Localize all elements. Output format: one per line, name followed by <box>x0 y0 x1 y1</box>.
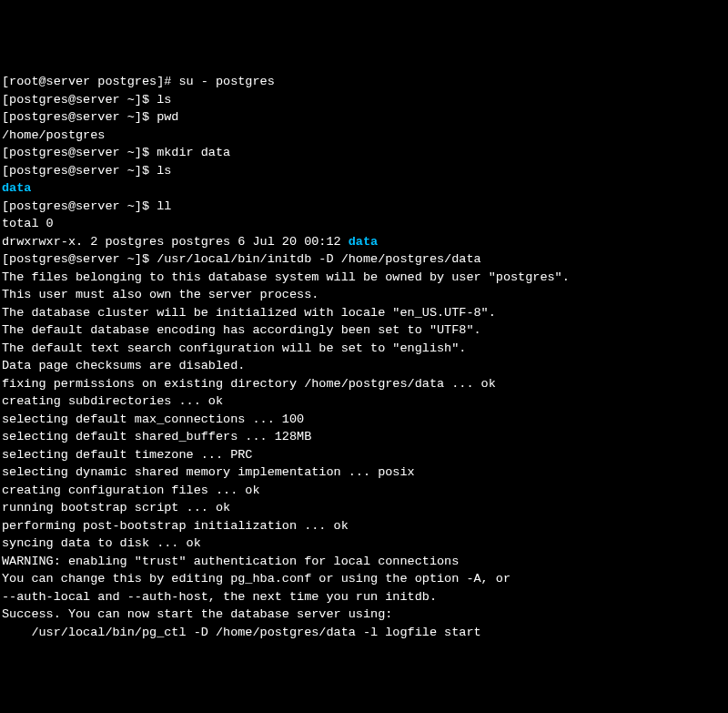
terminal-text: syncing data to disk ... ok <box>2 536 201 550</box>
terminal-text: Success. You can now start the database … <box>2 607 392 621</box>
terminal-text: /home/postgres <box>2 128 105 142</box>
terminal-line: The files belonging to this database sys… <box>2 269 726 287</box>
terminal-text: [postgres@server ~]$ ll <box>2 199 171 213</box>
terminal-text: fixing permissions on existing directory… <box>2 377 496 391</box>
terminal-text: /usr/local/bin/pg_ctl -D /home/postgres/… <box>2 626 481 639</box>
terminal-text: The default text search configuration wi… <box>2 341 466 355</box>
terminal-text: creating configuration files ... ok <box>2 484 260 497</box>
terminal-text: selecting default timezone ... PRC <box>2 448 252 462</box>
terminal-line: total 0 <box>2 215 726 233</box>
terminal-text: The default database encoding has accord… <box>2 323 481 337</box>
terminal-line: drwxrwxr-x. 2 postgres postgres 6 Jul 20… <box>2 233 726 251</box>
terminal-text: [root@server postgres]# su - postgres <box>2 75 275 88</box>
terminal-output: [root@server postgres]# su - postgres[po… <box>2 73 726 641</box>
terminal-line: running bootstrap script ... ok <box>2 499 726 517</box>
terminal-line: WARNING: enabling "trust" authentication… <box>2 553 726 571</box>
terminal-text: running bootstrap script ... ok <box>2 501 230 514</box>
terminal-line: performing post-bootstrap initialization… <box>2 517 726 535</box>
terminal-text: data <box>349 235 378 249</box>
terminal-text: drwxrwxr-x. 2 postgres postgres 6 Jul 20… <box>2 235 349 249</box>
terminal-line: The default text search configuration wi… <box>2 340 726 358</box>
terminal-text: selecting default max_connections ... 10… <box>2 413 304 426</box>
terminal-line: [root@server postgres]# su - postgres <box>2 73 726 91</box>
terminal-line: selecting default max_connections ... 10… <box>2 411 726 429</box>
terminal-text: selecting default shared_buffers ... 128… <box>2 430 311 443</box>
terminal-line: [postgres@server ~]$ pwd <box>2 108 726 127</box>
terminal-text: [postgres@server ~]$ ls <box>2 93 171 107</box>
terminal-line: creating configuration files ... ok <box>2 482 726 500</box>
terminal-line: The default database encoding has accord… <box>2 321 726 340</box>
terminal-text: performing post-bootstrap initialization… <box>2 519 349 533</box>
terminal-text: The files belonging to this database sys… <box>2 270 570 284</box>
terminal-line: /usr/local/bin/pg_ctl -D /home/postgres/… <box>2 624 726 642</box>
terminal-line: /home/postgres <box>2 127 726 145</box>
terminal-text: data <box>2 181 31 195</box>
terminal-text: Data page checksums are disabled. <box>2 359 245 372</box>
terminal-line: This user must also own the server proce… <box>2 286 726 304</box>
terminal-text: [postgres@server ~]$ /usr/local/bin/init… <box>2 252 481 266</box>
terminal-line: [postgres@server ~]$ ls <box>2 162 726 180</box>
terminal-text: total 0 <box>2 217 54 230</box>
terminal-line: [postgres@server ~]$ ls <box>2 91 726 109</box>
terminal-text: --auth-local and --auth-host, the next t… <box>2 590 437 604</box>
terminal-line: Success. You can now start the database … <box>2 606 726 624</box>
terminal-text: You can change this by editing pg_hba.co… <box>2 572 511 586</box>
terminal-line: data <box>2 179 726 198</box>
terminal-text: WARNING: enabling "trust" authentication… <box>2 555 459 568</box>
terminal-line: [postgres@server ~]$ ll <box>2 198 726 216</box>
terminal-text: creating subdirectories ... ok <box>2 394 223 408</box>
terminal-line: selecting dynamic shared memory implemen… <box>2 463 726 482</box>
terminal-line: creating subdirectories ... ok <box>2 392 726 411</box>
terminal-text: This user must also own the server proce… <box>2 288 318 301</box>
terminal-line: selecting default timezone ... PRC <box>2 446 726 464</box>
terminal-line: [postgres@server ~]$ mkdir data <box>2 144 726 162</box>
terminal-line: fixing permissions on existing directory… <box>2 375 726 393</box>
terminal-text: [postgres@server ~]$ pwd <box>2 110 178 124</box>
terminal-text: The database cluster will be initialized… <box>2 306 496 320</box>
terminal-line: You can change this by editing pg_hba.co… <box>2 570 726 588</box>
terminal-text: selecting dynamic shared memory implemen… <box>2 465 415 479</box>
terminal-line: The database cluster will be initialized… <box>2 304 726 322</box>
terminal-text: [postgres@server ~]$ mkdir data <box>2 146 230 159</box>
terminal-text: [postgres@server ~]$ ls <box>2 164 171 178</box>
terminal-line: --auth-local and --auth-host, the next t… <box>2 588 726 606</box>
terminal-line: [postgres@server ~]$ /usr/local/bin/init… <box>2 250 726 269</box>
terminal-line: selecting default shared_buffers ... 128… <box>2 428 726 446</box>
terminal-line: Data page checksums are disabled. <box>2 357 726 375</box>
terminal-line: syncing data to disk ... ok <box>2 535 726 553</box>
